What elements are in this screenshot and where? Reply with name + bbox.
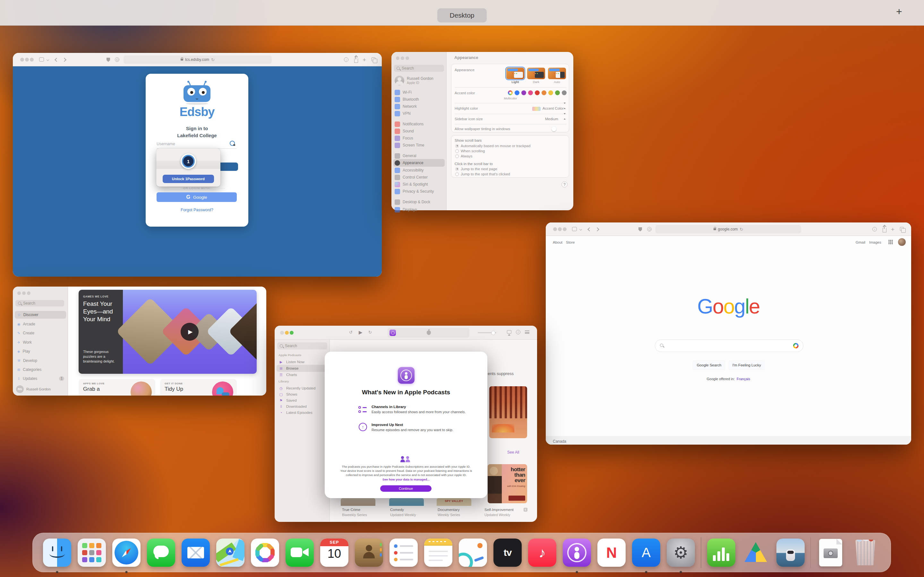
system-settings-window[interactable]: Search Russell Gordon Apple ID Wi-Fi Blu… [391,52,573,210]
share-icon[interactable] [883,228,887,232]
tab-overview-icon[interactable] [372,57,375,61]
radio-auto[interactable]: Automatically based on mouse or trackpad [455,144,530,148]
forward-icon[interactable] [62,58,66,62]
dock-disk-image[interactable] [814,536,847,569]
accent-color-swatch-orange[interactable] [541,90,546,95]
feeling-lucky-button[interactable]: I'm Feeling Lucky [729,360,765,370]
radio-spot-clicked[interactable]: Jump to the spot that's clicked [455,172,510,176]
google-safari-window[interactable]: google.com ↻ ↓ + About Store Gmail Image… [546,222,911,445]
sidebar-item-desktop-dock[interactable]: Desktop & Dock [395,198,430,205]
airplay-icon[interactable] [507,330,511,334]
sidebar-item-arcade[interactable]: ◉Arcade [17,321,35,327]
appearance-auto-thumb[interactable] [548,68,566,79]
tile-genre[interactable]: Documentary [438,508,459,512]
sidebar-size-value[interactable]: Medium [545,117,558,121]
nav-gmail[interactable]: Gmail [856,240,865,244]
dock-photo-stack[interactable] [774,536,807,569]
new-tab-icon[interactable]: + [891,226,895,232]
sidebar-item-work[interactable]: ✈Work [17,339,32,346]
minimize-button[interactable] [285,331,289,335]
forgot-password-link[interactable]: Forgot Password? [145,208,248,212]
sidebar-item-displays[interactable]: Displays [395,206,417,213]
sidebar-item-privacy[interactable]: Privacy & Security [395,188,434,195]
new-tab-icon[interactable]: + [363,57,366,63]
edsby-safari-window[interactable]: lcs.edsby.com ↻ ↓ + [13,53,382,277]
accent-color-swatch-purple[interactable] [521,90,526,95]
onepassword-field-icon[interactable] [230,141,235,146]
minimize-button[interactable] [25,58,29,61]
tile-genre[interactable]: True Crime [342,508,360,512]
minimize-button[interactable] [558,227,562,231]
accent-color-swatch-multicolor[interactable] [508,90,513,95]
unlock-1password-button[interactable]: Unlock 1Password [163,175,214,183]
highlight-value[interactable]: Accent Color [543,106,564,110]
chevron-down-icon[interactable] [580,228,582,230]
avatar[interactable] [898,238,906,246]
dock-messages[interactable] [144,536,178,569]
forward-icon[interactable] [595,227,599,231]
help-button[interactable]: ? [561,181,567,187]
sidebar-item-wifi[interactable]: Wi-Fi [395,89,412,96]
dock-apple-tv[interactable]: tv [491,536,524,569]
privacy-shield-icon[interactable] [107,58,110,62]
sidebar-item-develop[interactable]: ⚒Develop [17,357,37,364]
google-search-button[interactable]: Google Search [693,360,725,370]
appstore-search-input[interactable]: Search [15,300,64,306]
tile-art-true-crime[interactable] [341,498,375,506]
back-icon[interactable] [55,58,59,62]
accent-color-swatch-graphite[interactable] [562,90,567,95]
radio-when-scrolling[interactable]: When scrolling [455,149,485,153]
sidebar-item-charts[interactable]: ☰Charts [278,371,297,378]
dock-freeform[interactable] [456,536,489,569]
username-field[interactable]: Username [157,142,175,146]
dock-facetime[interactable] [283,536,317,569]
volume-slider[interactable] [478,332,496,333]
avatar[interactable]: RG [16,385,24,393]
podcasts-window[interactable]: ↺ ▶ ↻ i Search Apple Podcasts ▶Listen No… [275,326,537,522]
dock-news[interactable]: N [595,536,628,569]
reload-icon[interactable]: ↻ [211,57,215,62]
nav-images[interactable]: Images [869,240,881,244]
address-bar[interactable]: lcs.edsby.com ↻ [124,55,272,64]
privacy-link[interactable]: See how your data is managed... [325,478,487,481]
tile-art-documentary[interactable]: SPY VALLEY [437,498,471,506]
dock-photos[interactable] [248,536,282,569]
sidebar-item-latest-episodes[interactable]: ◔Latest Episodes [278,409,312,416]
sidebar-item-sound[interactable]: Sound [395,127,414,135]
appearance-dark-thumb[interactable] [527,68,545,79]
zoom-button[interactable] [30,58,34,61]
show-artwork[interactable] [489,386,527,438]
close-button[interactable] [20,58,24,61]
zoom-button[interactable] [405,56,409,60]
extension-icon[interactable] [647,227,652,231]
dock-system-settings[interactable]: ⚙ [664,536,698,569]
google-login-button[interactable]: G Google [157,192,237,202]
avatar[interactable] [395,76,404,85]
dock-contacts[interactable] [352,536,386,569]
radio-always[interactable]: Always [455,154,472,158]
minimize-button[interactable] [401,56,404,60]
appearance-light-thumb[interactable] [506,68,524,79]
dock-trash[interactable] [849,536,882,569]
tile-genre[interactable]: Self-Improvement [485,508,514,512]
sidebar-item-create[interactable]: ✎Create [17,330,34,337]
sidebar-item-focus[interactable]: Focus [395,135,413,142]
app-store-window[interactable]: Search ☆Discover ◉Arcade ✎Create ✈Work ◈… [13,287,266,396]
accent-color-swatch-blue[interactable] [515,90,519,95]
privacy-shield-icon[interactable] [638,227,642,231]
google-apps-grid-icon[interactable] [888,240,893,244]
extension-icon[interactable] [115,57,120,62]
continue-button[interactable]: Continue [380,485,431,492]
skip-forward-icon[interactable]: ↻ [368,330,372,334]
dock-app-store[interactable]: A [630,536,663,569]
sidebar-item-updates[interactable]: ⇩Updates [17,375,37,382]
settings-search-input[interactable]: Search [394,65,444,72]
dock-podcasts[interactable] [560,536,594,569]
sidebar-item-listen-now[interactable]: ▶Listen Now [278,358,304,366]
get-it-done-card[interactable]: GET IT DONE Tidy Up [160,379,237,396]
list-icon[interactable] [525,330,529,334]
sidebar-item-categories[interactable]: ⊞Categories [17,366,41,373]
sidebar-item-play[interactable]: ◈Play [17,348,30,355]
zoom-button[interactable] [27,292,31,295]
chevron-down-icon[interactable] [47,58,49,61]
